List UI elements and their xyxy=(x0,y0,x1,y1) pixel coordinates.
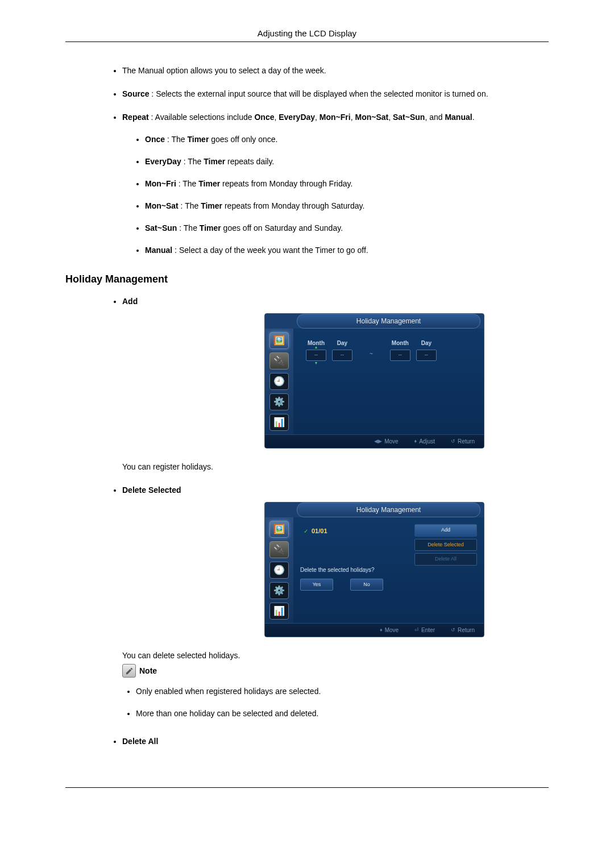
add-desc: You can register holidays. xyxy=(122,461,549,473)
item-delete-all: Delete All xyxy=(122,736,549,747)
label-month-2: Month xyxy=(392,339,409,347)
delete-all-label: Delete All xyxy=(122,737,158,746)
range-dash: ~ xyxy=(370,342,373,358)
move-icon: ◀▶ xyxy=(374,438,382,446)
clock-icon[interactable]: 🕘 xyxy=(269,373,289,390)
section-holiday-management: Holiday Management xyxy=(65,273,549,285)
osd-add-footer: ◀▶Move ♦Adjust ↺Return xyxy=(265,434,484,448)
input-icon[interactable]: 🔌 xyxy=(269,541,289,558)
repeat-label: Repeat xyxy=(122,113,149,122)
check-icon: ✓ xyxy=(304,527,308,535)
enter-icon: ⏎ xyxy=(414,626,419,634)
item-add: Add Holiday Management 🖼️ 🔌 🕘 ⚙️ 📊 xyxy=(122,296,549,473)
page-header-title: Adjusting the LCD Display xyxy=(65,28,549,42)
delete-selected-label: Delete Selected xyxy=(122,485,181,495)
osd-delete-footer: ♦Move ⏎Enter ↺Return xyxy=(265,623,484,637)
holiday-row[interactable]: ✓ 01/01 xyxy=(300,525,414,537)
note-icon xyxy=(122,664,136,678)
picture-icon[interactable]: 🖼️ xyxy=(269,332,289,349)
osd-right-menu: Add Delete Selected Delete All xyxy=(414,524,477,566)
spin-day-2[interactable]: -- xyxy=(416,350,437,361)
return-icon: ↺ xyxy=(451,438,455,446)
repeat-detail-list: Once : The Timer goes off only once. Eve… xyxy=(122,134,549,256)
label-day-1: Day xyxy=(337,339,347,347)
note-2: More than one holiday can be selected an… xyxy=(136,708,549,720)
input-icon[interactable]: 🔌 xyxy=(269,352,289,369)
holiday-date: 01/01 xyxy=(312,526,327,536)
yes-button[interactable]: Yes xyxy=(300,579,333,591)
intro-repeat: Repeat : Available selections include On… xyxy=(122,111,549,256)
note-row: Note xyxy=(122,664,549,678)
gear-icon[interactable]: ⚙️ xyxy=(269,393,289,410)
return-icon: ↺ xyxy=(451,626,455,634)
add-label: Add xyxy=(122,297,138,306)
intro-source: Source : Selects the external input sour… xyxy=(122,88,549,100)
osd-delete-panel: Holiday Management 🖼️ 🔌 🕘 ⚙️ 📊 Add Delet… xyxy=(264,502,484,637)
note-label: Note xyxy=(139,665,157,677)
confirm-text: Delete the selected holidays? xyxy=(300,566,477,574)
osd-sidebar-2: 🖼️ 🔌 🕘 ⚙️ 📊 xyxy=(265,517,293,623)
label-day-2: Day xyxy=(421,339,432,347)
note-list: Only enabled when registered holidays ar… xyxy=(122,686,549,720)
clock-icon[interactable]: 🕘 xyxy=(269,562,289,579)
multi-display-icon[interactable]: 📊 xyxy=(269,414,289,431)
osd-delete-title: Holiday Management xyxy=(297,502,480,517)
no-button[interactable]: No xyxy=(350,579,383,591)
item-delete-selected: Delete Selected Holiday Management 🖼️ 🔌 … xyxy=(122,484,549,720)
menu-add[interactable]: Add xyxy=(414,524,477,537)
osd-add-panel: Holiday Management 🖼️ 🔌 🕘 ⚙️ 📊 xyxy=(264,313,484,448)
repeat-pre: : Available selections include xyxy=(149,113,255,122)
holiday-list: Add Holiday Management 🖼️ 🔌 🕘 ⚙️ 📊 xyxy=(65,296,549,747)
intro-list: The Manual option allows you to select a… xyxy=(65,65,549,256)
picture-icon[interactable]: 🖼️ xyxy=(269,521,289,538)
spin-day-1[interactable]: -- xyxy=(332,350,352,361)
osd-sidebar: 🖼️ 🔌 🕘 ⚙️ 📊 xyxy=(265,329,293,434)
move-icon: ♦ xyxy=(380,626,383,634)
note-1: Only enabled when registered holidays ar… xyxy=(136,686,549,697)
menu-delete-selected[interactable]: Delete Selected xyxy=(414,539,477,551)
menu-delete-all[interactable]: Delete All xyxy=(414,553,477,566)
delete-selected-desc: You can delete selected holidays. xyxy=(122,650,549,662)
osd-add-title: Holiday Management xyxy=(297,314,480,329)
adjust-icon: ♦ xyxy=(414,438,417,446)
gear-icon[interactable]: ⚙️ xyxy=(269,582,289,599)
intro-manual: The Manual option allows you to select a… xyxy=(122,65,549,77)
source-label: Source xyxy=(122,89,149,98)
spin-month-2[interactable]: -- xyxy=(390,350,410,361)
footer-rule xyxy=(65,787,549,788)
source-text: : Selects the external input source that… xyxy=(149,89,488,98)
confirm-dialog: Delete the selected holidays? Yes No xyxy=(300,566,477,591)
spin-month-1[interactable]: -- xyxy=(306,350,326,361)
multi-display-icon[interactable]: 📊 xyxy=(269,603,289,620)
